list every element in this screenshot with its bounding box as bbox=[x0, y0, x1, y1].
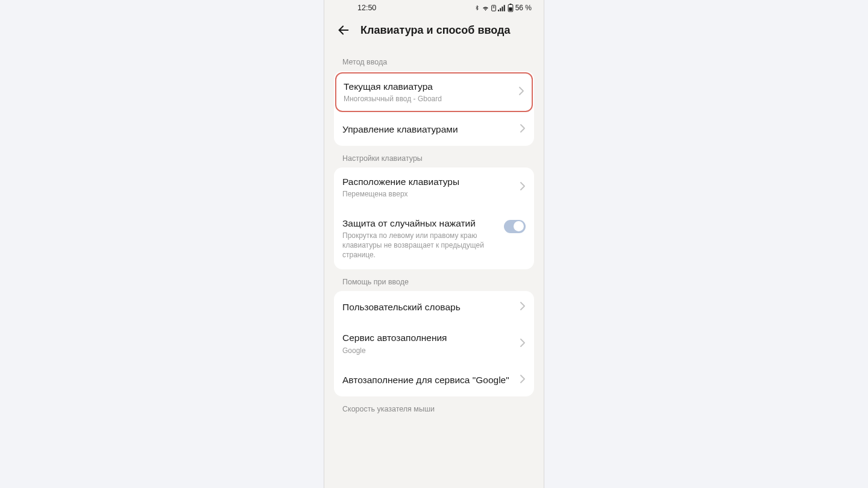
row-keyboard-position[interactable]: Расположение клавиатуры Перемещена вверх bbox=[334, 167, 534, 207]
wifi-icon bbox=[482, 5, 489, 11]
back-button[interactable] bbox=[336, 23, 351, 37]
card-input-method: Текущая клавиатура Многоязычный ввод - G… bbox=[334, 71, 534, 146]
chevron-right-icon bbox=[520, 339, 526, 349]
svg-rect-6 bbox=[503, 5, 505, 11]
chevron-right-icon bbox=[520, 375, 526, 386]
row-title: Текущая клавиатура bbox=[344, 81, 518, 93]
chevron-right-icon bbox=[520, 182, 526, 193]
phone-frame: 12:50 56 % Клавиатура и способ ввода bbox=[324, 0, 544, 488]
row-title: Управление клавиатурами bbox=[342, 124, 520, 136]
arrow-left-icon bbox=[337, 23, 350, 37]
status-bar: 12:50 56 % bbox=[324, 0, 544, 14]
row-manage-keyboards[interactable]: Управление клавиатурами bbox=[334, 113, 534, 146]
svg-rect-4 bbox=[500, 8, 501, 11]
row-autofill-service[interactable]: Сервис автозаполнения Google bbox=[334, 324, 534, 363]
row-user-dictionary[interactable]: Пользовательский словарь bbox=[334, 291, 534, 324]
signal-icon bbox=[498, 5, 506, 11]
chevron-right-icon bbox=[518, 87, 524, 98]
card-input-help: Пользовательский словарь Сервис автозапо… bbox=[334, 291, 534, 396]
row-title: Сервис автозаполнения bbox=[342, 332, 520, 344]
status-icons: 56 % bbox=[474, 4, 532, 12]
status-time: 12:50 bbox=[357, 4, 376, 12]
page-header: Клавиатура и способ ввода bbox=[324, 14, 544, 49]
row-current-keyboard[interactable]: Текущая клавиатура Многоязычный ввод - G… bbox=[336, 74, 532, 111]
row-title: Пользовательский словарь bbox=[342, 301, 520, 313]
battery-percent: 56 % bbox=[515, 4, 532, 12]
svg-rect-0 bbox=[491, 5, 495, 10]
page-title: Клавиатура и способ ввода bbox=[360, 24, 511, 37]
battery-icon bbox=[508, 4, 514, 12]
row-subtitle: Многоязычный ввод - Gboard bbox=[344, 94, 518, 104]
row-subtitle: Перемещена вверх bbox=[342, 189, 520, 199]
row-title: Защита от случайных нажатий bbox=[342, 217, 504, 230]
section-label-input-method: Метод ввода bbox=[324, 49, 544, 71]
mistouch-toggle[interactable] bbox=[504, 220, 526, 233]
row-subtitle: Google bbox=[342, 346, 520, 355]
chevron-right-icon bbox=[520, 124, 526, 135]
sim-icon bbox=[491, 5, 496, 11]
svg-rect-8 bbox=[509, 4, 511, 5]
toggle-knob bbox=[514, 221, 524, 231]
section-label-keyboard-settings: Настройки клавиатуры bbox=[324, 146, 544, 167]
row-mistouch-protection[interactable]: Защита от случайных нажатий Прокрутка по… bbox=[334, 208, 534, 270]
row-subtitle: Прокрутка по левому или правому краю кла… bbox=[342, 231, 504, 260]
svg-rect-9 bbox=[509, 7, 512, 11]
section-label-input-help: Помощь при вводе bbox=[324, 269, 544, 291]
section-label-pointer-speed: Скорость указателя мыши bbox=[324, 396, 544, 418]
row-autofill-google[interactable]: Автозаполнение для сервиса "Google" bbox=[334, 364, 534, 396]
row-title: Расположение клавиатуры bbox=[342, 176, 520, 188]
highlight-current-keyboard: Текущая клавиатура Многоязычный ввод - G… bbox=[335, 72, 533, 112]
chevron-right-icon bbox=[520, 302, 526, 313]
svg-rect-5 bbox=[502, 6, 503, 11]
card-keyboard-settings: Расположение клавиатуры Перемещена вверх… bbox=[334, 167, 534, 269]
svg-rect-3 bbox=[498, 10, 499, 11]
row-title: Автозаполнение для сервиса "Google" bbox=[342, 374, 520, 386]
bluetooth-icon bbox=[474, 4, 480, 11]
